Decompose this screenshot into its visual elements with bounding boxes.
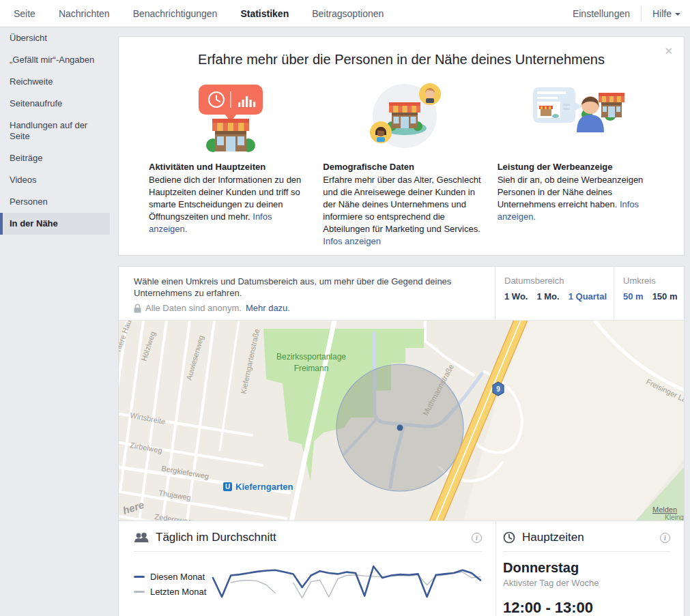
daterange-label: Datumsbereich <box>504 276 614 286</box>
intro-col-text: Erfahre mehr über das Alter, Geschlecht … <box>323 175 480 234</box>
intro-col-title: Aktivitäten und Hauptzeiten <box>149 162 312 172</box>
intro-col-demographics: Demografische Daten Erfahre mehr über da… <box>323 70 486 248</box>
insights-page: Seite Nachrichten Benachrichtigungen Sta… <box>0 0 690 616</box>
map-canvas[interactable]: 9 ntere Haus Hölzlweg Auwiesenweg Kiefer… <box>119 320 684 520</box>
local-intro-card: Erfahre mehr über die Personen in der Nä… <box>118 36 685 256</box>
intro-col-title: Demografische Daten <box>323 162 486 172</box>
daily-average-title: Täglich im Durchschnitt <box>156 531 472 544</box>
legend-item-last-month: Letzten Monat <box>134 587 210 597</box>
map-area-label: Kleinga <box>665 514 684 520</box>
sidebar-item-personen[interactable]: Personen <box>0 191 110 213</box>
intro-col-activity: Aktivitäten und Hauptzeiten Bediene dich… <box>149 70 312 248</box>
peak-hours-title: Hauptzeiten <box>522 531 660 544</box>
location-center-dot <box>397 425 403 431</box>
radius-group: Umkreis 50 m 150 m <box>614 267 684 320</box>
sidebar-item-in-der-naehe[interactable]: In der Nähe <box>0 213 110 235</box>
daterange-option-1mo[interactable]: 1 Mo. <box>536 291 559 302</box>
station-label: Kieferngarten <box>235 482 293 492</box>
store-ads-icon <box>498 78 661 155</box>
people-icon <box>134 533 149 543</box>
help-menu[interactable]: Hilfe <box>652 8 680 19</box>
intro-title: Erfahre mehr über die Personen in der Nä… <box>119 37 684 68</box>
chevron-down-icon <box>675 13 680 16</box>
nav-divider <box>641 6 642 21</box>
sidebar-item-seitenaufrufe[interactable]: Seitenaufrufe <box>0 93 110 115</box>
close-icon[interactable]: ✕ <box>664 45 673 57</box>
store-demographics-icon <box>323 78 486 155</box>
lock-icon <box>134 304 141 313</box>
intro-col-text: Bediene dich der Informationen zu den Ha… <box>149 175 301 222</box>
ubahn-icon: U <box>225 483 230 490</box>
local-report-card: Wähle einen Umkreis und Datumsbereich au… <box>118 266 685 616</box>
store-activity-icon <box>149 78 312 155</box>
sidebar-item-gefaellt-mir[interactable]: „Gefällt mir“-Angaben <box>0 49 110 71</box>
park-label: Bezirkssportanlage <box>276 352 346 362</box>
this-month-swatch <box>134 576 145 578</box>
tab-nachrichten[interactable]: Nachrichten <box>59 8 110 19</box>
svg-text:9: 9 <box>496 385 500 393</box>
chart-legend: Diesen Monat Letzten Monat <box>134 567 210 602</box>
info-icon[interactable]: i <box>660 533 670 543</box>
info-icon[interactable]: i <box>472 533 482 543</box>
intro-col-title: Leistung der Werbeanzeige <box>498 162 661 172</box>
daterange-option-1quartal[interactable]: 1 Quartal <box>569 291 607 302</box>
tab-beitragsoptionen[interactable]: Beitragsoptionen <box>312 8 384 19</box>
radius-option-150m[interactable]: 150 m <box>652 291 678 302</box>
sidebar-item-beitraege[interactable]: Beiträge <box>0 147 110 169</box>
insights-sidebar: Übersicht „Gefällt mir“-Angaben Reichwei… <box>0 27 110 235</box>
privacy-note: Alle Daten sind anonym. <box>145 303 242 313</box>
sidebar-item-handlungen[interactable]: Handlungen auf der Seite <box>0 115 110 147</box>
radius-option-50m[interactable]: 50 m <box>623 291 644 302</box>
intro-col-ads: Leistung der Werbeanzeige Sieh dir an, o… <box>498 70 661 248</box>
daily-average-chart <box>210 561 483 606</box>
map-report-link[interactable]: Melden <box>652 505 677 514</box>
peak-hours-panel: Hauptzeiten i Donnerstag Aktivster Tag d… <box>496 521 684 616</box>
top-day-caption: Aktivster Tag der Woche <box>503 578 672 588</box>
settings-link[interactable]: Einstellungen <box>573 8 630 19</box>
bottom-panels: Täglich im Durchschnitt i Diesen Monat L… <box>119 520 684 616</box>
tab-benachrichtigungen[interactable]: Benachrichtigungen <box>133 8 218 19</box>
motorway-shield: 9 <box>493 382 504 396</box>
sidebar-item-uebersicht[interactable]: Übersicht <box>0 27 110 49</box>
park-label: Freimann <box>294 364 329 373</box>
filter-bar: Wähle einen Umkreis und Datumsbereich au… <box>119 267 684 320</box>
filter-prompt: Wähle einen Umkreis und Datumsbereich au… <box>134 276 481 299</box>
top-nav: Seite Nachrichten Benachrichtigungen Sta… <box>0 0 690 27</box>
sidebar-item-reichweite[interactable]: Reichweite <box>0 71 110 93</box>
radius-label: Umkreis <box>623 276 684 286</box>
mehr-dazu-link[interactable]: Mehr dazu. <box>246 303 290 313</box>
clock-icon <box>503 531 515 544</box>
tab-statistiken[interactable]: Statistiken <box>240 8 289 19</box>
daily-average-panel: Täglich im Durchschnitt i Diesen Monat L… <box>119 521 496 616</box>
top-hour-value: 12:00 - 13:00 <box>503 599 672 616</box>
top-day-value: Donnerstag <box>503 560 672 576</box>
daterange-group: Datumsbereich 1 Wo. 1 Mo. 1 Quartal <box>495 267 614 320</box>
tab-seite[interactable]: Seite <box>14 8 35 19</box>
last-month-swatch <box>134 591 145 593</box>
legend-item-this-month: Diesen Monat <box>134 572 210 582</box>
daterange-option-1wo[interactable]: 1 Wo. <box>504 291 528 302</box>
infos-anzeigen-link[interactable]: Infos anzeigen <box>323 236 381 246</box>
sidebar-item-videos[interactable]: Videos <box>0 169 110 191</box>
